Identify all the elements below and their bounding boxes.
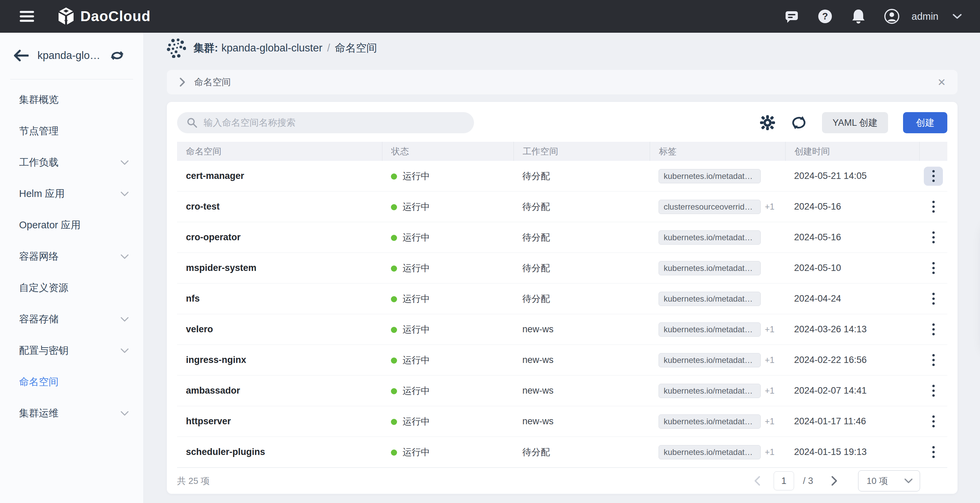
row-actions-button[interactable] [924, 289, 943, 308]
label-extra-count: +1 [765, 386, 775, 396]
prev-page-icon[interactable] [750, 473, 765, 489]
search-input[interactable] [204, 118, 465, 128]
row-actions-button[interactable] [924, 197, 943, 216]
help-icon[interactable]: ? [818, 9, 832, 24]
avatar-icon[interactable] [884, 9, 899, 24]
sidebar-item-集群运维[interactable]: 集群运维 [0, 398, 143, 429]
breadcrumb: 集群:kpanda-global-cluster/命名空间 [167, 33, 958, 63]
main-content: 集群:kpanda-global-cluster/命名空间 命名空间 ✕ [144, 33, 980, 503]
switch-cluster-icon[interactable] [110, 49, 124, 62]
row-actions-button[interactable] [924, 412, 943, 431]
namespace-name[interactable]: scheduler-plugins [177, 447, 382, 457]
chevron-down-icon [904, 478, 913, 484]
back-arrow-icon[interactable] [14, 50, 29, 61]
table-row[interactable]: ingress-nginx 运行中 new-ws kubernetes.io/m… [177, 345, 947, 375]
sidebar-item-命名空间[interactable]: 命名空间 [0, 366, 143, 398]
actions-cell [920, 228, 947, 247]
status-cell: 运行中 [382, 446, 514, 458]
sidebar-item-容器网络[interactable]: 容器网络 [0, 241, 143, 272]
breadcrumb-cluster[interactable]: kpanda-global-cluster [221, 42, 322, 54]
namespace-collapse-bar[interactable]: 命名空间 ✕ [167, 70, 958, 94]
status-cell: 运行中 [382, 323, 514, 336]
created-cell: 2024-05-10 [785, 263, 920, 273]
row-actions-button[interactable] [924, 167, 943, 186]
row-actions-button[interactable] [924, 351, 943, 370]
yaml-create-button[interactable]: YAML 创建 [822, 112, 888, 133]
labels-cell: kubernetes.io/metadata.nam... [650, 292, 785, 306]
status-text: 运行中 [402, 447, 430, 457]
created-cell: 2024-05-16 [785, 201, 920, 212]
table-header: 命名空间 状态 工作空间 标签 创建时间 [177, 142, 947, 161]
status-dot-icon [391, 358, 397, 364]
namespace-name[interactable]: nfs [177, 294, 382, 304]
table-row[interactable]: httpserver 运行中 new-ws kubernetes.io/meta… [177, 406, 947, 437]
next-page-icon[interactable] [827, 473, 842, 489]
created-cell: 2024-05-16 [785, 232, 920, 243]
workspace-cell: 待分配 [514, 262, 650, 274]
namespace-name[interactable]: cro-operator [177, 232, 382, 243]
sidebar-item-Helm 应用[interactable]: Helm 应用 [0, 178, 143, 209]
namespace-name[interactable]: cro-test [177, 201, 382, 212]
sidebar-item-容器存储[interactable]: 容器存储 [0, 303, 143, 335]
labels-cell: kubernetes.io/metadata.n...+1 [650, 353, 785, 367]
label-extra-count: +1 [765, 324, 775, 334]
label-chip: kubernetes.io/metadata.n... [659, 445, 761, 459]
user-menu-chevron-down-icon[interactable] [952, 13, 962, 20]
chevron-down-icon [120, 348, 129, 354]
status-cell: 运行中 [382, 385, 514, 397]
page-size-select[interactable]: 10 项 [858, 470, 920, 492]
sidebar-item-Operator 应用[interactable]: Operator 应用 [0, 209, 143, 241]
table-row[interactable]: scheduler-plugins 运行中 待分配 kubernetes.io/… [177, 437, 947, 468]
namespace-name[interactable]: cert-manager [177, 171, 382, 181]
namespace-name[interactable]: velero [177, 324, 382, 335]
svg-text:?: ? [822, 11, 828, 21]
workspace-cell: new-ws [514, 385, 650, 396]
table-row[interactable]: velero 运行中 new-ws kubernetes.io/metadata… [177, 314, 947, 345]
table-row[interactable]: cro-test 运行中 待分配 clusterresourceoverride… [177, 192, 947, 222]
close-icon[interactable]: ✕ [937, 76, 946, 88]
actions-cell [920, 412, 947, 431]
breadcrumb-current: 命名空间 [335, 42, 377, 54]
namespace-name[interactable]: mspider-system [177, 263, 382, 273]
namespace-name[interactable]: ambassador [177, 385, 382, 396]
sidebar-item-自定义资源[interactable]: 自定义资源 [0, 272, 143, 303]
actions-cell [920, 259, 947, 278]
row-actions-button[interactable] [924, 259, 943, 278]
table-row[interactable]: mspider-system 运行中 待分配 kubernetes.io/met… [177, 253, 947, 284]
status-cell: 运行中 [382, 415, 514, 428]
chevron-right-icon[interactable] [178, 77, 186, 87]
status-text: 运行中 [402, 324, 430, 335]
namespace-name[interactable]: ingress-nginx [177, 355, 382, 365]
cluster-name[interactable]: kpanda-global-cl... [37, 50, 101, 62]
sidebar-item-工作负载[interactable]: 工作负载 [0, 147, 143, 178]
pagination: 共 25 项 / 3 10 项 [177, 468, 947, 494]
table-row[interactable]: nfs 运行中 待分配 kubernetes.io/metadata.nam..… [177, 284, 947, 314]
status-text: 运行中 [402, 232, 430, 243]
sidebar-item-集群概览[interactable]: 集群概览 [0, 84, 143, 115]
table-row[interactable]: cert-manager 运行中 待分配 kubernetes.io/metad… [177, 161, 947, 192]
table-row[interactable]: cro-operator 运行中 待分配 kubernetes.io/metad… [177, 222, 947, 253]
created-cell: 2024-05-21 14:05 [785, 171, 920, 181]
row-actions-button[interactable] [924, 228, 943, 247]
namespace-name[interactable]: httpserver [177, 416, 382, 427]
refresh-icon[interactable] [791, 115, 807, 131]
row-actions-button[interactable] [924, 381, 943, 401]
daocloud-logo-icon [57, 7, 75, 26]
row-actions-button[interactable] [924, 320, 943, 339]
page-number-input[interactable] [774, 471, 794, 490]
notification-bell-icon[interactable] [851, 9, 866, 24]
create-button[interactable]: 创建 [903, 112, 947, 133]
created-cell: 2024-04-24 [785, 294, 920, 304]
status-text: 运行中 [402, 294, 430, 304]
status-dot-icon [391, 204, 397, 210]
gear-icon[interactable] [759, 115, 776, 131]
sidebar-item-配置与密钥[interactable]: 配置与密钥 [0, 335, 143, 366]
username[interactable]: admin [912, 11, 939, 22]
message-icon[interactable] [784, 9, 799, 24]
row-actions-button[interactable] [924, 443, 943, 462]
table-row[interactable]: ambassador 运行中 new-ws kubernetes.io/meta… [177, 375, 947, 406]
search-box[interactable] [177, 112, 474, 133]
menu-toggle-icon[interactable] [18, 10, 36, 23]
status-text: 运行中 [402, 386, 430, 396]
sidebar-item-节点管理[interactable]: 节点管理 [0, 115, 143, 147]
